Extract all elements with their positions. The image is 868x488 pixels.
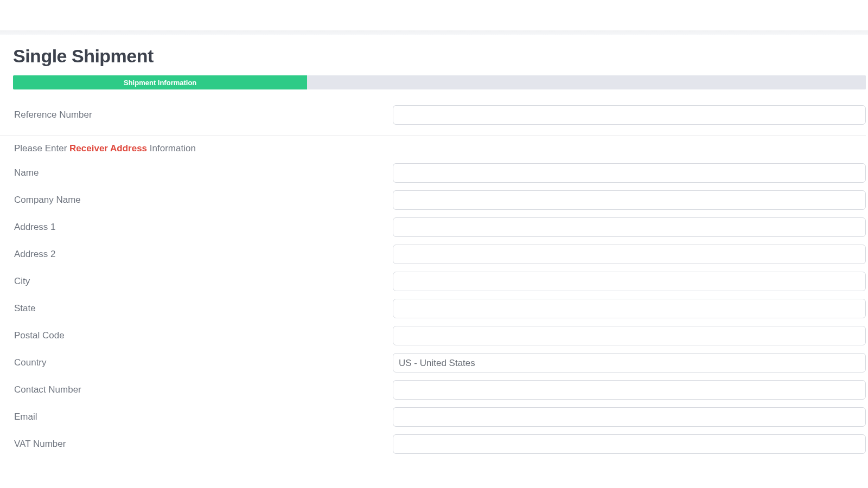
input-name[interactable] (393, 163, 866, 183)
input-reference-number[interactable] (393, 105, 866, 125)
progress-tabs: Shipment Information (13, 75, 866, 89)
top-spacer (0, 0, 868, 30)
section-divider (0, 135, 866, 136)
header-divider (0, 30, 868, 35)
label-state: State (13, 303, 393, 314)
input-email[interactable] (393, 407, 866, 427)
page-title: Single Shipment (13, 35, 866, 75)
input-address1[interactable] (393, 217, 866, 237)
prompt-suffix: Information (147, 143, 196, 153)
row-state: State (13, 295, 866, 322)
input-city[interactable] (393, 272, 866, 291)
label-address2: Address 2 (13, 249, 393, 260)
prompt-prefix: Please Enter (14, 143, 69, 153)
label-address1: Address 1 (13, 222, 393, 233)
label-reference-number: Reference Number (13, 110, 393, 120)
label-city: City (13, 276, 393, 287)
row-address2: Address 2 (13, 241, 866, 268)
input-postal-code[interactable] (393, 326, 866, 345)
label-country: Country (13, 357, 393, 368)
row-country: Country US - United States (13, 349, 866, 376)
row-contact-number: Contact Number (13, 376, 866, 403)
row-reference-number: Reference Number (13, 101, 866, 129)
row-city: City (13, 268, 866, 295)
input-state[interactable] (393, 299, 866, 318)
label-company-name: Company Name (13, 195, 393, 206)
receiver-address-prompt: Please Enter Receiver Address Informatio… (13, 137, 866, 159)
input-company-name[interactable] (393, 190, 866, 210)
label-email: Email (13, 412, 393, 422)
page-container: Single Shipment Shipment Information Ref… (0, 35, 868, 458)
select-country[interactable]: US - United States (393, 353, 866, 373)
input-address2[interactable] (393, 245, 866, 264)
tab-step-placeholder[interactable] (307, 75, 866, 89)
input-contact-number[interactable] (393, 380, 866, 400)
label-postal-code: Postal Code (13, 330, 393, 341)
label-name: Name (13, 168, 393, 178)
row-address1: Address 1 (13, 214, 866, 241)
input-vat-number[interactable] (393, 434, 866, 454)
label-contact-number: Contact Number (13, 384, 393, 395)
prompt-highlight: Receiver Address (69, 143, 147, 153)
row-name: Name (13, 159, 866, 187)
row-email: Email (13, 403, 866, 431)
label-vat-number: VAT Number (13, 439, 393, 450)
tab-shipment-information[interactable]: Shipment Information (13, 75, 307, 89)
row-vat-number: VAT Number (13, 431, 866, 458)
row-company-name: Company Name (13, 187, 866, 214)
row-postal-code: Postal Code (13, 322, 866, 349)
